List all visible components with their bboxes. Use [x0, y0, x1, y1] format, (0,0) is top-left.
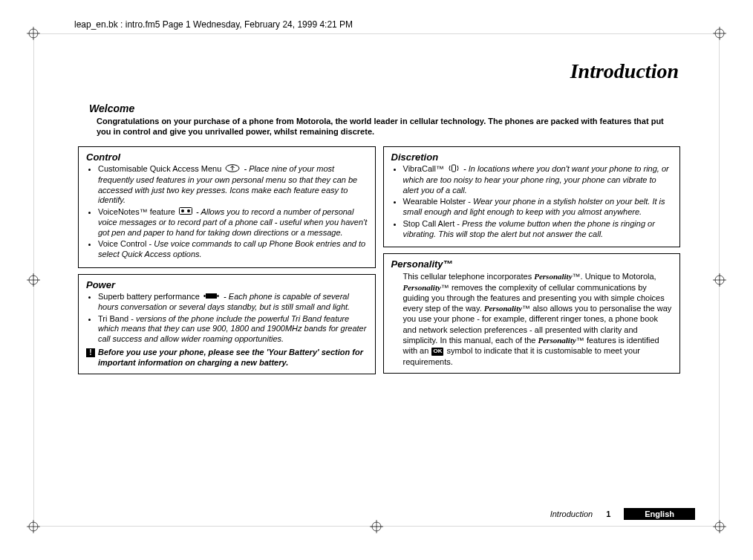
list-item: Voice Control - Use voice commands to ca… — [98, 239, 368, 260]
page-border — [40, 526, 713, 527]
feature-lead: Voice Control - — [98, 239, 154, 248]
personality-trademark: Personality — [403, 283, 441, 292]
list-item: Wearable Holster - Wear your phone in a … — [403, 197, 673, 218]
personality-box: Personality™ This cellular telephone inc… — [383, 253, 681, 374]
svg-point-23 — [181, 209, 184, 212]
welcome-heading: Welcome — [89, 102, 134, 114]
footer-language-badge: English — [624, 508, 695, 520]
text: ™. Unique to Motorola, — [573, 272, 656, 281]
list-item: Superb battery performance - Each phone … — [98, 292, 368, 313]
feature-lead: Tri Band - — [98, 314, 136, 323]
list-item: Stop Call Alert - Press the volume butto… — [403, 219, 673, 240]
list-item: Tri Band - versions of the phone include… — [98, 314, 368, 345]
battery-warning: Before you use your phone, please see th… — [98, 348, 368, 368]
svg-point-24 — [187, 209, 190, 212]
feature-desc: versions of the phone include the powerf… — [98, 314, 366, 344]
footer-section-label: Introduction — [550, 509, 593, 518]
tape-icon — [179, 207, 192, 218]
feature-lead: Wearable Holster - — [403, 197, 474, 206]
power-heading: Power — [86, 279, 368, 290]
list-item: VibraCall™ - In locations where you don'… — [403, 164, 673, 195]
feature-lead: Superb battery performance — [98, 292, 202, 301]
svg-rect-27 — [218, 295, 219, 297]
personality-body: This cellular telephone incorporates Per… — [391, 271, 673, 367]
text: This cellular telephone incorporates — [403, 272, 535, 281]
welcome-body: Congratulations on your purchase of a ph… — [97, 116, 680, 137]
page-meta-header: leap_en.bk : intro.fm5 Page 1 Wednesday,… — [74, 19, 353, 30]
battery-icon — [203, 292, 220, 302]
personality-trademark: Personality — [484, 304, 522, 313]
discretion-heading: Discretion — [391, 152, 673, 163]
vibrate-icon — [448, 164, 460, 175]
footer-page-number: 1 — [606, 509, 610, 518]
control-heading: Control — [86, 152, 368, 163]
control-box: Control Customisable Quick Access Menu -… — [78, 146, 376, 268]
up-oval-icon — [225, 164, 240, 175]
crop-mark-icon — [713, 27, 726, 40]
svg-rect-25 — [206, 293, 217, 299]
discretion-box: Discretion VibraCall™ - In locations whe… — [383, 146, 681, 247]
crop-mark-icon — [27, 27, 40, 40]
ok-icon: OK — [431, 348, 443, 356]
personality-heading: Personality™ — [391, 258, 673, 270]
personality-trademark: Personality — [534, 272, 572, 281]
personality-trademark: Personality — [538, 336, 576, 345]
power-box: Power Superb battery performance - Each … — [78, 274, 376, 374]
warning-icon: ! — [86, 348, 95, 357]
crop-mark-icon — [27, 520, 40, 533]
page-border — [40, 33, 713, 34]
crop-mark-icon — [713, 520, 726, 533]
page-border — [33, 40, 34, 520]
list-item: Customisable Quick Access Menu - Place n… — [98, 164, 368, 206]
feature-lead: Customisable Quick Access Menu — [98, 164, 224, 173]
page-border — [719, 40, 720, 520]
feature-lead: VoiceNotes™ feature — [98, 207, 177, 216]
page-footer: Introduction 1 English — [550, 508, 695, 520]
crop-mark-icon — [713, 273, 726, 287]
page-title: Introduction — [570, 59, 679, 83]
svg-rect-26 — [204, 295, 206, 297]
feature-lead: VibraCall™ — [403, 164, 447, 173]
svg-rect-28 — [452, 165, 456, 172]
feature-lead: Stop Call Alert - — [403, 219, 462, 228]
list-item: VoiceNotes™ feature - Allows you to reco… — [98, 207, 368, 238]
crop-mark-icon — [370, 520, 383, 533]
